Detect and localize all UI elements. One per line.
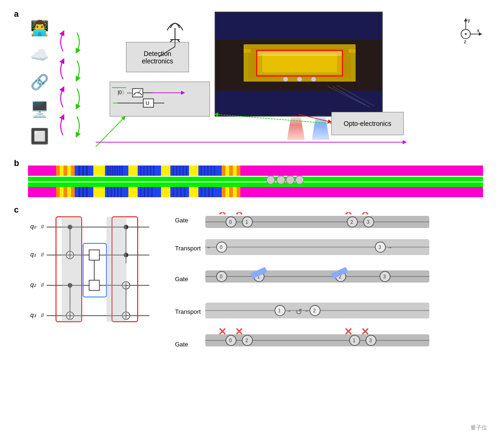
svg-rect-90: [28, 182, 483, 187]
svg-text:z: z: [464, 39, 467, 44]
svg-rect-100: [86, 187, 88, 197]
svg-rect-111: [144, 187, 145, 197]
svg-text:Transport: Transport: [175, 245, 201, 252]
svg-text:Transport: Transport: [175, 308, 201, 315]
svg-text:1: 1: [278, 308, 281, 313]
svg-text:2: 2: [350, 220, 353, 225]
svg-rect-118: [180, 187, 182, 197]
svg-rect-23: [258, 51, 342, 56]
svg-text://: //: [41, 282, 44, 288]
svg-text:✕: ✕: [218, 326, 226, 338]
svg-text:3: 3: [383, 274, 386, 279]
antenna-symbol: [163, 14, 187, 43]
svg-rect-99: [82, 187, 84, 197]
svg-point-24: [283, 77, 288, 82]
svg-rect-74: [182, 166, 184, 176]
svg-rect-46: [63, 166, 67, 176]
svg-text:✕: ✕: [218, 212, 226, 218]
svg-rect-156: [89, 280, 99, 290]
svg-text:✕: ✕: [235, 212, 243, 218]
svg-text:✕: ✕: [361, 326, 369, 338]
svg-rect-89: [28, 177, 483, 181]
network-icon: 🔗: [28, 70, 51, 94]
svg-line-37: [96, 117, 125, 147]
svg-rect-20: [244, 49, 251, 53]
svg-text:1: 1: [245, 220, 248, 225]
svg-rect-52: [86, 166, 88, 176]
svg-text://: //: [41, 252, 44, 257]
svg-text:U: U: [146, 100, 149, 106]
svg-text://: //: [41, 224, 44, 229]
svg-rect-174: [62, 217, 82, 322]
svg-rect-57: [112, 166, 113, 176]
svg-text:|0〉—: |0〉—: [118, 90, 132, 95]
svg-text:q₀: q₀: [30, 223, 36, 230]
svg-rect-101: [93, 187, 105, 197]
svg-rect-75: [186, 166, 187, 176]
svg-rect-84: [225, 166, 229, 176]
svg-rect-107: [120, 187, 122, 197]
svg-rect-105: [114, 187, 115, 197]
opto-text: Opto-electronics: [344, 120, 392, 127]
svg-point-133: [277, 176, 285, 184]
transport-diagrams: Gate 0 1 2 3 ✕: [166, 212, 490, 363]
svg-rect-44: [56, 166, 60, 176]
svg-rect-108: [128, 187, 138, 197]
svg-rect-125: [212, 187, 213, 197]
svg-rect-149: [89, 250, 99, 260]
svg-rect-50: [78, 166, 80, 176]
svg-point-31: [465, 33, 467, 35]
cloud-icon: ☁️: [28, 43, 51, 67]
svg-rect-96: [71, 187, 75, 197]
svg-rect-58: [114, 166, 116, 176]
axes-svg: z y x: [448, 16, 483, 51]
svg-text:→: →: [287, 308, 291, 313]
svg-rect-94: [63, 187, 67, 197]
chip-photo-svg: [216, 12, 382, 117]
svg-rect-113: [151, 187, 153, 197]
svg-rect-76: [189, 166, 198, 176]
detection-text: Detectionelectronics: [142, 50, 173, 65]
svg-rect-175: [106, 217, 126, 322]
chip-icon: 🔲: [28, 124, 51, 148]
svg-rect-81: [210, 166, 212, 176]
svg-rect-98: [78, 187, 80, 197]
svg-text:0: 0: [229, 220, 232, 225]
svg-rect-21: [349, 49, 356, 53]
svg-text:→: →: [387, 245, 392, 250]
section-b: b: [14, 159, 490, 200]
svg-rect-56: [110, 166, 111, 176]
svg-rect-43: [28, 166, 56, 176]
svg-text:✕: ✕: [344, 326, 352, 338]
svg-text:q₃: q₃: [30, 311, 36, 318]
icons-stack: 👨‍💻 ☁️ 🔗 🖥️ 🔲: [28, 16, 51, 154]
svg-rect-61: [121, 166, 123, 176]
opto-electronics-box: Opto-electronics: [331, 112, 404, 135]
main-container: a 👨‍💻 ☁️ 🔗 🖥️ 🔲: [0, 0, 504, 373]
svg-rect-112: [147, 187, 149, 197]
svg-rect-55: [107, 166, 109, 176]
svg-rect-78: [201, 166, 202, 176]
section-a-label: a: [14, 9, 19, 19]
svg-text:0: 0: [220, 274, 223, 279]
detection-electronics-box: Detectionelectronics: [126, 42, 189, 72]
svg-point-26: [311, 77, 316, 82]
svg-text:q₁: q₁: [30, 251, 36, 258]
svg-rect-122: [201, 187, 202, 197]
svg-rect-85: [229, 166, 233, 176]
svg-point-134: [286, 176, 294, 184]
svg-rect-117: [176, 187, 178, 197]
svg-text:✕: ✕: [235, 326, 243, 338]
svg-text:0: 0: [229, 338, 232, 343]
svg-rect-126: [222, 187, 225, 197]
svg-rect-66: [147, 166, 148, 176]
svg-rect-95: [67, 187, 71, 197]
svg-rect-48: [71, 166, 75, 176]
svg-text:↺: ↺: [295, 307, 302, 317]
svg-rect-128: [229, 187, 233, 197]
svg-text:0: 0: [220, 245, 223, 250]
svg-rect-103: [107, 187, 109, 197]
arrows-svg: [56, 23, 84, 145]
svg-rect-120: [189, 187, 198, 197]
svg-rect-60: [119, 166, 120, 176]
